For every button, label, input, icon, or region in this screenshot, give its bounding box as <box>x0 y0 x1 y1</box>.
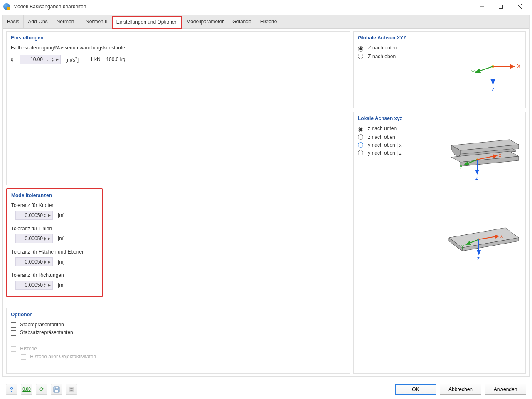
svg-rect-36 <box>55 387 58 389</box>
refresh-icon[interactable]: ⟳ <box>36 384 47 395</box>
checkbox-icon[interactable] <box>11 330 16 336</box>
svg-text:Z: Z <box>491 87 494 93</box>
help-icon[interactable]: ? <box>6 384 17 395</box>
spinner-icon[interactable]: ▴▾ <box>44 236 46 241</box>
tolerance-lines-label: Toleranz für Linien <box>11 226 98 232</box>
radio-icon[interactable] <box>358 127 363 132</box>
chevron-down-icon[interactable]: ⌄ <box>46 57 49 62</box>
panel-local-axes: Lokale Achsen xyz z nach unten z nach ob… <box>353 112 526 374</box>
tolerance-directions-label: Toleranz für Richtungen <box>11 272 98 278</box>
svg-text:z: z <box>477 256 480 261</box>
g-value-input[interactable]: 10.00 ⌄ ▴▾ ▶ <box>20 55 61 64</box>
panel-tolerances: Modelltoleranzen Toleranz für Knoten 0.0… <box>6 188 350 305</box>
global-axes-icon: X Y Z <box>464 59 522 96</box>
panel-local-axes-title: Lokale Achsen xyz <box>358 116 521 121</box>
database-icon[interactable] <box>66 384 77 395</box>
tab-addons[interactable]: Add-Ons <box>24 15 52 28</box>
radio-icon[interactable] <box>358 142 363 148</box>
spinner-icon[interactable]: ▴▾ <box>52 57 54 62</box>
g-value-text: 10.00 <box>30 57 43 62</box>
radio-icon[interactable] <box>358 134 363 140</box>
radio-z-down-global[interactable]: Z nach unten <box>358 45 521 52</box>
svg-rect-35 <box>55 390 58 392</box>
local-axes-beam-icon: x y z <box>443 137 522 183</box>
save-icon[interactable] <box>51 384 62 395</box>
svg-text:y: y <box>461 243 464 249</box>
tab-modellparameter[interactable]: Modellparameter <box>182 15 228 28</box>
close-button[interactable] <box>510 1 529 12</box>
tolerance-directions-input[interactable]: 0.00050 ▴▾ ▶ <box>15 281 53 290</box>
gravity-label: Fallbeschleunigung/Massenumwandlungskons… <box>11 45 345 51</box>
tolerance-surfaces-input[interactable]: 0.00050 ▴▾ ▶ <box>15 257 53 266</box>
g-symbol: g <box>11 57 17 62</box>
play-icon[interactable]: ▶ <box>48 236 51 241</box>
local-axes-plate-icon: x y z <box>443 220 522 266</box>
play-icon[interactable]: ▶ <box>56 57 59 62</box>
window-title: Modell-Basisangaben bearbeiten <box>13 4 473 10</box>
titlebar: Modell-Basisangaben bearbeiten <box>0 0 532 13</box>
svg-text:Y: Y <box>471 69 475 75</box>
option-memberset-representatives[interactable]: Stabsatzrepräsentanten <box>11 330 345 335</box>
g-unit: [m/s2] <box>66 56 79 63</box>
radio-icon[interactable] <box>358 46 363 52</box>
svg-text:x: x <box>500 233 503 239</box>
checkbox-icon <box>21 354 26 360</box>
radio-z-up-global[interactable]: Z nach oben <box>358 54 521 59</box>
play-icon[interactable]: ▶ <box>48 260 51 264</box>
checkbox-icon[interactable] <box>11 322 16 328</box>
tab-bar: Basis Add-Ons Normen I Normen II Einstel… <box>3 15 529 29</box>
tab-normen-2[interactable]: Normen II <box>81 15 112 28</box>
tab-historie[interactable]: Historie <box>256 15 282 28</box>
svg-text:X: X <box>517 64 520 69</box>
apply-button[interactable]: Anwenden <box>485 384 526 395</box>
option-member-representatives[interactable]: Stabrepräsentanten <box>11 322 345 328</box>
tolerance-surfaces-label: Toleranz für Flächen und Ebenen <box>11 249 98 255</box>
option-history: Historie <box>11 346 345 352</box>
panel-options: Optionen Stabrepräsentanten Stabsatzrepr… <box>6 308 350 374</box>
panel-global-axes: Globale Achsen XYZ Z nach unten Z nach o… <box>353 31 526 108</box>
tab-basis[interactable]: Basis <box>3 15 24 28</box>
tab-gelaende[interactable]: Gelände <box>228 15 256 28</box>
kn-hint: 1 kN = 100.0 kg <box>90 57 125 62</box>
cancel-button[interactable]: Abbrechen <box>440 384 481 395</box>
play-icon[interactable]: ▶ <box>48 213 51 217</box>
svg-text:y: y <box>460 163 462 169</box>
units-icon[interactable]: 0.00 <box>21 384 32 395</box>
spinner-icon[interactable]: ▴▾ <box>44 283 46 287</box>
panel-options-title: Optionen <box>11 312 345 318</box>
svg-text:z: z <box>475 175 478 181</box>
radio-icon[interactable] <box>358 54 363 59</box>
panel-tolerances-title: Modelltoleranzen <box>11 192 98 198</box>
app-icon <box>3 3 10 10</box>
tab-normen-1[interactable]: Normen I <box>52 15 81 28</box>
spinner-icon[interactable]: ▴▾ <box>44 213 46 217</box>
tab-einstellungen-optionen[interactable]: Einstellungen und Optionen <box>112 16 182 29</box>
tolerance-nodes-label: Toleranz für Knoten <box>11 202 98 208</box>
option-history-all-activities: Historie aller Objektaktivitäten <box>21 354 345 360</box>
panel-settings: Einstellungen Fallbeschleunigung/Massenu… <box>6 31 350 185</box>
maximize-button[interactable] <box>491 1 510 12</box>
tolerance-lines-input[interactable]: 0.00050 ▴▾ ▶ <box>15 234 53 243</box>
radio-icon[interactable] <box>358 150 363 155</box>
ok-button[interactable]: OK <box>395 384 436 395</box>
radio-local-z-down[interactable]: z nach unten <box>358 126 521 132</box>
play-icon[interactable]: ▶ <box>48 283 51 287</box>
panel-global-axes-title: Globale Achsen XYZ <box>358 35 521 41</box>
minimize-button[interactable] <box>473 1 491 12</box>
panel-settings-title: Einstellungen <box>11 35 345 41</box>
footer: ? 0.00 ⟳ OK Abbrechen Anwenden <box>0 379 532 399</box>
checkbox-icon <box>11 346 16 352</box>
svg-line-7 <box>475 66 493 72</box>
spinner-icon[interactable]: ▴▾ <box>44 260 46 264</box>
tolerance-nodes-input[interactable]: 0.00050 ▴▾ ▶ <box>15 211 53 220</box>
svg-rect-1 <box>499 5 502 8</box>
svg-text:x: x <box>499 153 501 158</box>
